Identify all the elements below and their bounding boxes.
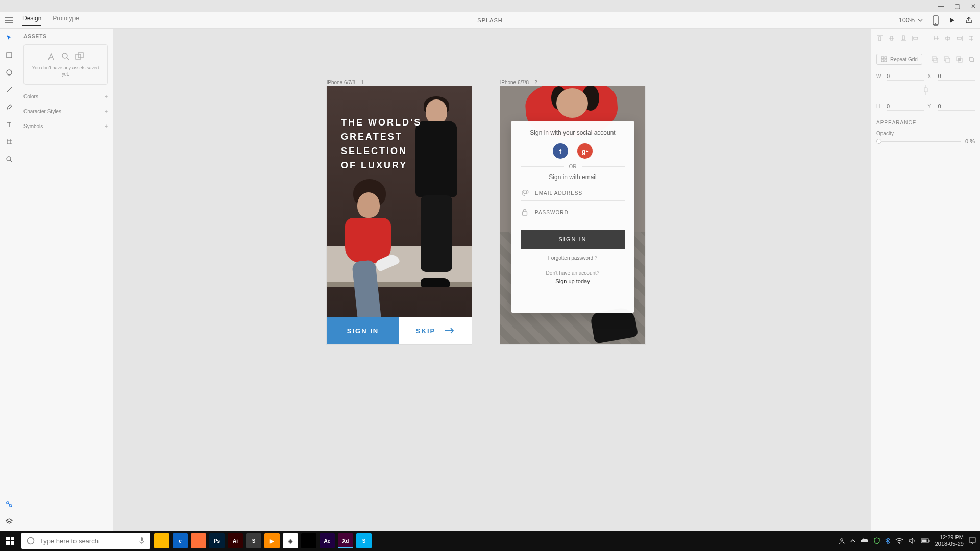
- tray-onedrive-icon[interactable]: [861, 538, 869, 543]
- align-hcenter-icon[interactable]: [944, 35, 951, 42]
- repeat-grid-button[interactable]: Repeat Grid: [876, 54, 922, 65]
- ellipse-tool[interactable]: [4, 67, 14, 78]
- hamburger-menu-button[interactable]: [0, 17, 18, 23]
- taskbar-app-edge[interactable]: e: [173, 533, 188, 548]
- tray-people-icon[interactable]: [838, 537, 845, 544]
- width-label: W: [876, 73, 883, 79]
- no-account-label: Don't have an account?: [521, 270, 625, 276]
- tray-battery-icon[interactable]: [921, 538, 930, 543]
- email-input: [535, 190, 624, 196]
- assets-section-character-styles[interactable]: Character Styles+: [23, 109, 108, 114]
- window-minimize-button[interactable]: —: [937, 3, 944, 10]
- taskbar-app-illustrator[interactable]: Ai: [228, 533, 243, 548]
- transform-controls: W X H Y: [876, 72, 975, 111]
- rectangle-tool[interactable]: [4, 50, 14, 60]
- distribute-v-icon[interactable]: [968, 35, 975, 42]
- password-field: [521, 205, 625, 220]
- tray-up-icon[interactable]: [850, 539, 855, 543]
- width-input[interactable]: [887, 72, 924, 81]
- sign-in-cta: SIGN IN: [327, 317, 399, 344]
- taskbar-app-skype[interactable]: S: [356, 533, 372, 548]
- assets-panel-toggle[interactable]: [4, 499, 14, 509]
- taskbar-app-after-effects[interactable]: Ae: [320, 533, 335, 548]
- pen-tool[interactable]: [4, 102, 14, 112]
- tray-volume-icon[interactable]: [909, 538, 916, 544]
- tab-prototype[interactable]: Prototype: [53, 15, 79, 26]
- svg-rect-27: [11, 537, 14, 540]
- height-input[interactable]: [887, 102, 924, 111]
- x-label: X: [928, 73, 934, 79]
- taskbar-app-media-player[interactable]: ▶: [264, 533, 280, 548]
- assets-section-symbols[interactable]: Symbols+: [23, 123, 108, 129]
- appearance-title: APPEARANCE: [876, 120, 975, 126]
- cortana-icon: [27, 537, 35, 545]
- line-tool[interactable]: [4, 85, 14, 95]
- align-top-icon[interactable]: [876, 35, 884, 42]
- bool-union-icon[interactable]: [931, 56, 938, 63]
- artboard-1-buttons: SIGN IN SKIP: [327, 317, 472, 344]
- start-button[interactable]: [0, 531, 20, 551]
- document-title: SPLASH: [477, 17, 502, 23]
- svg-rect-28: [6, 541, 10, 545]
- bool-subtract-icon[interactable]: [943, 56, 950, 63]
- taskbar-app-xd[interactable]: Xd: [338, 533, 353, 548]
- taskbar-clock[interactable]: 12:29 PM 2018-05-29: [935, 534, 964, 547]
- artboard-1[interactable]: THE WORLD'S GREATEST SELECTION OF LUXURY…: [327, 86, 472, 344]
- align-left-icon[interactable]: [912, 35, 919, 42]
- align-vcenter-icon[interactable]: [888, 35, 895, 42]
- svg-rect-19: [946, 58, 950, 62]
- share-button[interactable]: [965, 16, 973, 24]
- svg-rect-2: [7, 53, 12, 58]
- taskbar-app-photoshop[interactable]: Ps: [209, 533, 225, 548]
- align-bottom-icon[interactable]: [900, 35, 907, 42]
- mode-tabs: Design Prototype: [22, 15, 79, 26]
- svg-rect-31: [141, 537, 143, 541]
- height-label: H: [876, 104, 883, 109]
- or-label: OR: [569, 164, 577, 169]
- bool-intersect-icon[interactable]: [955, 56, 963, 63]
- tray-notifications-icon[interactable]: [969, 537, 976, 544]
- text-tool[interactable]: [4, 119, 14, 130]
- device-preview-button[interactable]: [932, 15, 939, 26]
- svg-point-6: [9, 505, 11, 507]
- artboard-tool[interactable]: [4, 137, 14, 147]
- taskbar-app-flag[interactable]: [301, 533, 316, 548]
- tab-design[interactable]: Design: [22, 15, 41, 26]
- taskbar-search[interactable]: Type here to search: [21, 533, 150, 549]
- opacity-slider[interactable]: [876, 141, 961, 142]
- assets-section-label: Symbols: [23, 123, 43, 129]
- artboard-1-label[interactable]: iPhone 6/7/8 – 1: [327, 80, 364, 85]
- taskbar-app-firefox[interactable]: [191, 533, 206, 548]
- x-input[interactable]: [938, 72, 975, 81]
- tray-shield-icon[interactable]: [874, 537, 880, 544]
- zoom-dropdown[interactable]: 100%: [899, 17, 923, 24]
- layers-panel-toggle[interactable]: [4, 516, 14, 527]
- svg-point-5: [6, 502, 8, 504]
- taskbar-app-chrome[interactable]: ◉: [283, 533, 298, 548]
- window-maximize-button[interactable]: ▢: [953, 3, 961, 10]
- windows-taskbar: Type here to search ePsAiS▶◉AeXdS 12:29 …: [0, 531, 980, 551]
- system-tray[interactable]: 12:29 PM 2018-05-29: [838, 534, 980, 547]
- artboard-2-label[interactable]: iPhone 6/7/8 – 2: [500, 80, 537, 85]
- taskbar-search-placeholder: Type here to search: [40, 537, 99, 545]
- assets-panel-title: ASSETS: [23, 34, 108, 39]
- select-tool[interactable]: [4, 33, 14, 43]
- tray-wifi-icon[interactable]: [895, 538, 903, 544]
- design-canvas[interactable]: iPhone 6/7/8 – 1 THE WORLD'S GREATEST SE…: [113, 29, 871, 531]
- or-divider: OR: [521, 164, 625, 169]
- tray-bluetooth-icon[interactable]: [885, 537, 890, 544]
- artboard-2[interactable]: Sign in with your social account f g+ OR…: [500, 86, 645, 344]
- taskbar-app-sublime[interactable]: S: [246, 533, 261, 548]
- opacity-value: 0 %: [965, 138, 975, 144]
- distribute-h-icon[interactable]: [933, 35, 940, 42]
- window-close-button[interactable]: ✕: [970, 3, 977, 10]
- zoom-tool[interactable]: [4, 154, 14, 164]
- play-preview-button[interactable]: [948, 17, 955, 24]
- lock-aspect-icon[interactable]: [923, 85, 928, 95]
- bool-exclude-icon[interactable]: [968, 56, 975, 63]
- assets-section-colors[interactable]: Colors+: [23, 94, 108, 99]
- align-right-icon[interactable]: [956, 35, 963, 42]
- taskbar-app-file-explorer[interactable]: [154, 533, 169, 548]
- y-input[interactable]: [938, 102, 975, 111]
- svg-rect-17: [934, 58, 938, 62]
